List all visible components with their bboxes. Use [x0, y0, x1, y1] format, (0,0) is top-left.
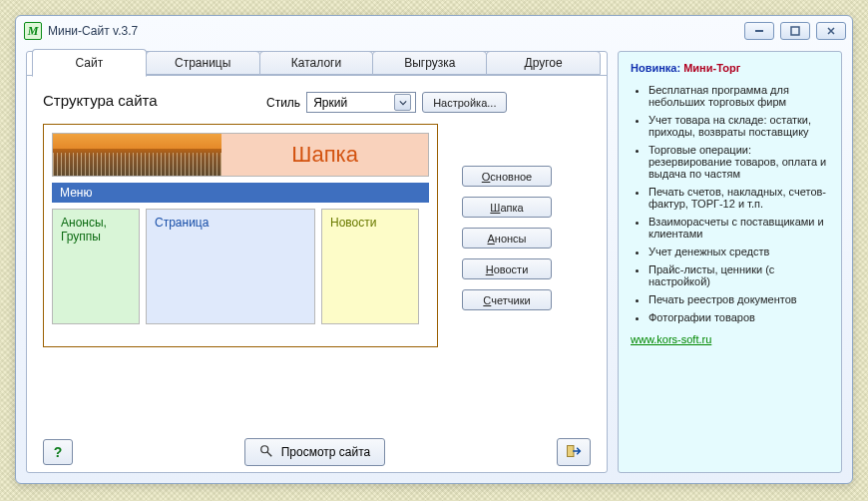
- main-section-button[interactable]: Основное: [462, 166, 552, 187]
- site-structure-preview: Шапка Меню Анонсы, Группы Страница Но: [43, 124, 438, 347]
- style-selected: Яркий: [313, 96, 347, 110]
- preview-anons[interactable]: Анонсы, Группы: [52, 209, 140, 324]
- tab-content: Структура сайта Стиль Яркий Настройка...: [27, 75, 607, 472]
- info-item: Учет денежных средств: [649, 246, 829, 257]
- tab-label: Страницы: [175, 56, 230, 70]
- main-panel: Сайт Страницы Каталоги Выгрузка Другое С…: [26, 51, 608, 473]
- info-headline: Новинка: Мини-Торг: [631, 62, 829, 74]
- info-item: Бесплатная программа для небольших торго…: [649, 84, 829, 108]
- info-item: Печать реестров документов: [649, 293, 829, 305]
- magnifier-icon: [259, 444, 273, 461]
- exit-button[interactable]: [557, 438, 591, 466]
- tab-label: Каталоги: [291, 56, 341, 70]
- anons-section-button[interactable]: Анонсы: [462, 228, 552, 249]
- style-label: Стиль: [266, 96, 300, 110]
- svg-point-2: [260, 445, 267, 452]
- minimize-button[interactable]: [744, 22, 774, 40]
- preview-header-label: Шапка: [221, 134, 428, 176]
- info-link[interactable]: www.kors-soft.ru: [631, 333, 711, 345]
- preview-header-image: [53, 134, 221, 176]
- tab-label: Сайт: [76, 56, 104, 70]
- section-buttons: Основное Шапка Анонсы Новости Счетчики: [462, 166, 552, 310]
- help-icon: ?: [54, 444, 63, 460]
- style-row: Стиль Яркий Настройка...: [266, 92, 507, 113]
- svg-rect-3: [568, 445, 574, 456]
- preview-menu-label: Меню: [60, 186, 92, 200]
- button-label: Настройка...: [433, 97, 496, 109]
- preview-page-label: Страница: [155, 216, 209, 230]
- info-item: Торговые операции: резервирование товаро…: [649, 144, 829, 180]
- button-label: нонсы: [495, 233, 527, 245]
- tab-label: Другое: [525, 56, 563, 70]
- preview-news-label: Новости: [330, 216, 376, 230]
- preview-news[interactable]: Новости: [321, 209, 419, 324]
- exit-icon: [566, 443, 582, 461]
- preview-menu[interactable]: Меню: [52, 183, 429, 203]
- style-settings-button[interactable]: Настройка...: [422, 92, 507, 113]
- counters-section-button[interactable]: Счетчики: [462, 289, 552, 310]
- info-list: Бесплатная программа для небольших торго…: [631, 84, 829, 323]
- tab-other[interactable]: Другое: [486, 51, 601, 75]
- preview-anons-label: Анонсы, Группы: [61, 216, 107, 244]
- news-section-button[interactable]: Новости: [462, 258, 552, 279]
- button-label: Просмотр сайта: [281, 445, 371, 459]
- info-item: Прайс-листы, ценники (с настройкой): [649, 263, 829, 287]
- app-icon: M: [24, 22, 42, 40]
- chevron-down-icon: [394, 94, 411, 111]
- tab-label: Выгрузка: [404, 56, 455, 70]
- preview-site-button[interactable]: Просмотр сайта: [244, 438, 386, 466]
- tab-bar: Сайт Страницы Каталоги Выгрузка Другое: [33, 51, 601, 75]
- app-window: M Мини-Сайт v.3.7 Сайт Страницы Каталоги…: [15, 15, 853, 484]
- info-product: Мини-Торг: [683, 62, 740, 74]
- title-bar: M Мини-Сайт v.3.7: [16, 16, 852, 46]
- style-select[interactable]: Яркий: [306, 92, 416, 113]
- info-item: Печать счетов, накладных, счетов-фактур,…: [649, 186, 829, 210]
- button-label: овости: [494, 263, 529, 275]
- tab-site[interactable]: Сайт: [32, 49, 147, 77]
- info-headline-label: Новинка:: [631, 62, 683, 74]
- tab-pages[interactable]: Страницы: [146, 51, 260, 75]
- close-button[interactable]: [816, 22, 846, 40]
- button-label: сновное: [490, 171, 532, 183]
- svg-rect-1: [791, 27, 799, 35]
- button-label: четчики: [491, 294, 530, 306]
- help-button[interactable]: ?: [43, 439, 73, 465]
- button-label: апка: [500, 202, 523, 214]
- info-panel: Новинка: Мини-Торг Бесплатная программа …: [618, 51, 842, 473]
- svg-rect-0: [755, 30, 763, 32]
- tab-catalogs[interactable]: Каталоги: [259, 51, 374, 75]
- window-title: Мини-Сайт v.3.7: [48, 24, 138, 38]
- preview-header[interactable]: Шапка: [52, 133, 429, 177]
- window-controls: [744, 22, 846, 40]
- preview-page[interactable]: Страница: [146, 209, 315, 324]
- tab-export[interactable]: Выгрузка: [372, 51, 487, 75]
- info-item: Взаиморасчеты с поставщиками и клиентами: [649, 216, 829, 240]
- header-section-button[interactable]: Шапка: [462, 197, 552, 218]
- info-item: Фотографии товаров: [649, 311, 829, 323]
- maximize-button[interactable]: [780, 22, 810, 40]
- info-item: Учет товара на складе: остатки, приходы,…: [649, 114, 829, 138]
- bottom-bar: ? Просмотр сайта: [43, 438, 591, 466]
